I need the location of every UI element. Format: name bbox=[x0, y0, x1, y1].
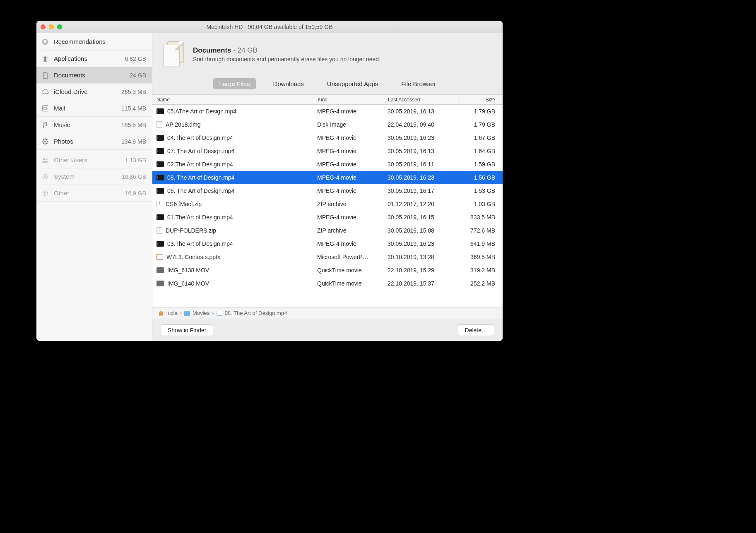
svg-point-14 bbox=[43, 174, 48, 179]
table-row[interactable]: 03.The Art of Design.mp4MPEG-4 movie30.0… bbox=[152, 237, 503, 250]
file-date: 22.04.2019, 09:40 bbox=[385, 121, 460, 128]
svg-point-4 bbox=[44, 138, 46, 140]
users-icon bbox=[41, 156, 50, 165]
svg-point-17 bbox=[44, 192, 46, 194]
zoom-button[interactable] bbox=[57, 24, 62, 29]
file-date: 30.05.2019, 15:08 bbox=[385, 227, 460, 234]
svg-point-12 bbox=[43, 158, 45, 160]
sidebar-item-size: 185,5 MB bbox=[121, 122, 146, 128]
table-row[interactable]: 01.The Art of Design.mp4MPEG-4 movie30.0… bbox=[152, 211, 503, 224]
sidebar-item-size: 6,82 GB bbox=[125, 55, 146, 62]
sidebar-item-other-users[interactable]: Other Users1,13 GB bbox=[36, 152, 152, 168]
sidebar-item-recommendations[interactable]: Recommendations bbox=[36, 33, 152, 50]
file-type-icon bbox=[156, 108, 164, 114]
file-kind: MPEG-4 movie bbox=[315, 134, 385, 141]
file-date: 30.05.2019, 16:23 bbox=[385, 174, 460, 181]
svg-point-13 bbox=[46, 158, 47, 160]
path-segment[interactable]: lucia bbox=[166, 310, 178, 316]
file-name: W7L3. Contests.pptx bbox=[166, 254, 220, 260]
sidebar-item-label: Photos bbox=[54, 138, 117, 145]
file-kind: ZIP archive bbox=[315, 227, 385, 234]
header-subtitle: Sort through documents and permanently e… bbox=[193, 56, 380, 62]
table-row[interactable]: 06. The Art of Design.mp4MPEG-4 movie30.… bbox=[152, 184, 503, 197]
table-row[interactable]: AP 2018.dmgDisk Image22.04.2019, 09:401,… bbox=[152, 118, 503, 131]
sidebar-item-photos[interactable]: Photos134,9 MB bbox=[36, 133, 152, 150]
path-segment[interactable]: 08. The Art of Design.mp4 bbox=[225, 310, 287, 316]
titlebar[interactable]: Macintosh HD - 90,04 GB available of 150… bbox=[36, 21, 503, 33]
sidebar-item-documents[interactable]: Documents24 GB bbox=[36, 67, 152, 84]
header-title: Documents - 24 GB bbox=[193, 46, 380, 55]
apps-icon bbox=[41, 54, 50, 63]
file-name: 01.The Art of Design.mp4 bbox=[167, 214, 233, 221]
file-type-icon bbox=[156, 241, 164, 247]
column-kind[interactable]: Kind bbox=[315, 95, 385, 104]
table-row[interactable]: DUP-FOLDERS.zipZIP archive30.05.2019, 15… bbox=[152, 224, 503, 237]
file-date: 30.05.2019, 16:15 bbox=[385, 214, 460, 221]
file-date: 30.05.2019, 16:11 bbox=[385, 161, 460, 168]
path-segment[interactable]: Movies bbox=[193, 310, 209, 316]
sidebar-item-icloud-drive[interactable]: iCloud Drive265,3 MB bbox=[36, 84, 152, 100]
file-kind: MPEG-4 movie bbox=[315, 161, 385, 168]
path-bar[interactable]: lucia›Movies›08. The Art of Design.mp4 bbox=[152, 307, 503, 319]
svg-point-8 bbox=[43, 139, 44, 141]
table-row[interactable]: 04.The Art of Design.mp4MPEG-4 movie30.0… bbox=[152, 131, 503, 144]
file-type-icon bbox=[156, 201, 162, 207]
main-header: Documents - 24 GB Sort through documents… bbox=[152, 33, 503, 73]
show-in-finder-button[interactable]: Show in Finder bbox=[161, 324, 213, 336]
file-type-icon bbox=[156, 281, 164, 286]
sidebar-item-mail[interactable]: Mail115,4 MB bbox=[36, 100, 152, 117]
file-kind: MPEG-4 movie bbox=[315, 108, 385, 115]
table-row[interactable]: 07. The Art of Design.mp4MPEG-4 movie30.… bbox=[152, 144, 503, 158]
file-type-icon bbox=[156, 227, 162, 234]
file-kind: Disk Image bbox=[315, 121, 385, 128]
table-row[interactable]: IMG_6138.MOVQuickTime movie22.10.2019, 1… bbox=[152, 264, 503, 277]
sidebar-item-size: 115,4 MB bbox=[121, 105, 146, 112]
tab-bar: Large FilesDownloadsUnsupported AppsFile… bbox=[152, 73, 503, 95]
sidebar-item-system[interactable]: System10,86 GB bbox=[36, 168, 152, 185]
documents-icon bbox=[161, 41, 185, 67]
file-name: 04.The Art of Design.mp4 bbox=[167, 134, 233, 141]
file-size: 1,03 GB bbox=[460, 201, 503, 207]
delete-button[interactable]: Delete… bbox=[458, 324, 494, 336]
file-size: 1,64 GB bbox=[460, 148, 503, 154]
sidebar-item-other[interactable]: Other16,9 GB bbox=[36, 185, 152, 202]
file-type-icon bbox=[156, 175, 164, 180]
table-row[interactable]: CS6 [Mac].zipZIP archive01.12.2017, 12:2… bbox=[152, 197, 503, 211]
file-kind: ZIP archive bbox=[315, 201, 385, 207]
sidebar-item-applications[interactable]: Applications6,82 GB bbox=[36, 50, 152, 67]
minimize-button[interactable] bbox=[49, 24, 54, 29]
table-row[interactable]: 08. The Art of Design.mp4MPEG-4 movie30.… bbox=[152, 171, 503, 184]
table-row[interactable]: IMG_6140.MOVQuickTime movie22.10.2019, 1… bbox=[152, 277, 503, 290]
close-button[interactable] bbox=[41, 24, 46, 29]
svg-point-10 bbox=[43, 142, 44, 144]
file-size: 641,9 MB bbox=[460, 240, 503, 247]
table-row[interactable]: W7L3. Contests.pptxMicrosoft PowerP…30.1… bbox=[152, 250, 503, 264]
tab-downloads[interactable]: Downloads bbox=[267, 78, 310, 89]
sidebar-item-label: Documents bbox=[54, 72, 125, 79]
file-size: 1,56 GB bbox=[460, 174, 503, 181]
file-type-icon bbox=[156, 188, 164, 194]
table-row[interactable]: 05.AThe Art of Design.mp4MPEG-4 movie30.… bbox=[152, 105, 503, 118]
chevron-right-icon: › bbox=[180, 310, 182, 316]
gear-icon bbox=[41, 172, 50, 181]
window-controls bbox=[41, 21, 62, 33]
file-date: 30.05.2019, 16:13 bbox=[385, 148, 460, 154]
table-row[interactable]: 02.The Art of Design.mp4MPEG-4 movie30.0… bbox=[152, 158, 503, 171]
column-last-accessed[interactable]: Last Accessed bbox=[385, 95, 460, 104]
tab-large-files[interactable]: Large Files bbox=[213, 78, 255, 89]
tab-file-browser[interactable]: File Browser bbox=[395, 78, 441, 89]
file-date: 30.05.2019, 16:23 bbox=[385, 134, 460, 141]
cloud-icon bbox=[41, 87, 50, 96]
tab-unsupported-apps[interactable]: Unsupported Apps bbox=[321, 78, 384, 89]
sidebar-item-music[interactable]: Music185,5 MB bbox=[36, 117, 152, 133]
file-date: 30.05.2019, 16:23 bbox=[385, 240, 460, 247]
column-size[interactable]: Size bbox=[460, 95, 503, 104]
svg-point-3 bbox=[44, 140, 46, 142]
file-table[interactable]: 05.AThe Art of Design.mp4MPEG-4 movie30.… bbox=[152, 105, 503, 307]
file-size: 1,53 GB bbox=[460, 187, 503, 194]
file-size: 369,5 MB bbox=[460, 254, 503, 260]
column-name[interactable]: Name bbox=[152, 97, 315, 103]
file-type-icon bbox=[156, 214, 164, 220]
svg-point-15 bbox=[44, 175, 46, 177]
file-name: CS6 [Mac].zip bbox=[166, 201, 202, 207]
